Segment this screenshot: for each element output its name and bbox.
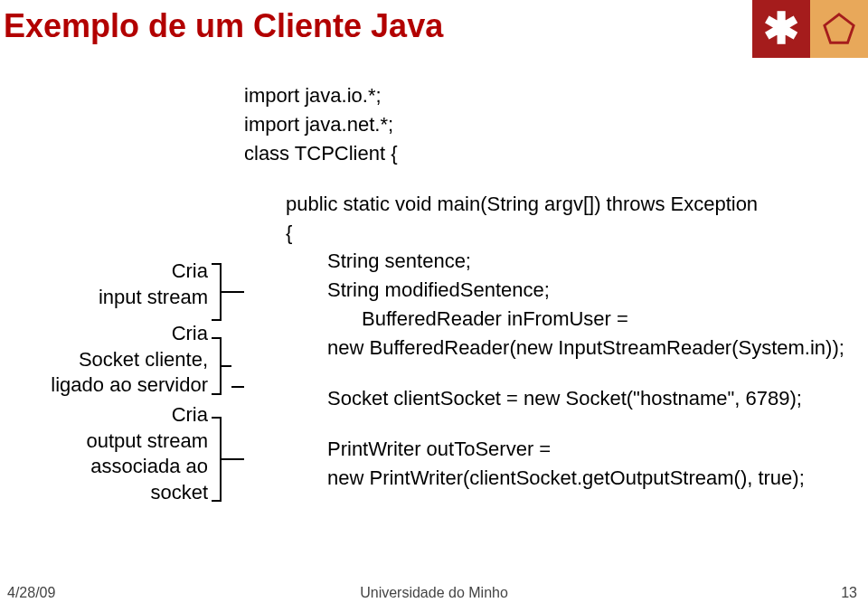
code-line: public static void main(String argv[]) t… [244, 190, 844, 219]
annotation-text: Cria [0, 321, 208, 347]
annotation-input-stream: Cria input stream [0, 259, 208, 310]
pentagon-icon [822, 12, 856, 46]
svg-marker-0 [825, 14, 854, 42]
code-line: String modifiedSentence; [244, 276, 844, 305]
code-line: import java.io.*; [244, 81, 844, 110]
code-line: String sentence; [244, 247, 844, 276]
bracket-icon [210, 336, 246, 400]
annotation-text: associada ao [0, 454, 208, 480]
code-line: { [244, 219, 844, 248]
annotation-text: Socket cliente, [0, 347, 208, 373]
slide-title: Exemplo de um Cliente Java [4, 7, 443, 45]
annotation-output-stream: Cria output stream associada ao socket [0, 402, 208, 505]
annotation-text: Cria [0, 402, 208, 428]
annotation-text: input stream [0, 285, 208, 311]
asterisk-icon: ✱ [763, 7, 799, 51]
logo-red-square: ✱ [752, 0, 810, 58]
footer-center: Universidade do Minho [360, 585, 508, 601]
annotation-text: socket [0, 480, 208, 506]
annotation-text: output stream [0, 428, 208, 455]
code-line: Socket clientSocket = new Socket("hostna… [244, 384, 844, 413]
code-line: new PrintWriter(clientSocket.getOutputSt… [244, 464, 844, 493]
annotations-column: Cria input stream Cria Socket cliente, l… [0, 208, 208, 513]
code-line: class TCPClient { [244, 139, 844, 168]
annotation-text: Cria [0, 259, 208, 285]
annotation-socket-client: Cria Socket cliente, ligado ao servidor [0, 321, 208, 399]
footer-page-number: 13 [841, 585, 857, 601]
bracket-icon [210, 262, 246, 325]
annotation-text: ligado ao servidor [0, 372, 208, 399]
logo-orange-square [810, 0, 868, 58]
bracket-icon [210, 416, 246, 506]
code-block: import java.io.*; import java.net.*; cla… [244, 81, 844, 493]
code-line: PrintWriter outToServer = [244, 435, 844, 464]
code-line: import java.net.*; [244, 110, 844, 139]
logo-area: ✱ [752, 0, 868, 58]
footer-date: 4/28/09 [7, 585, 55, 601]
code-line: new BufferedReader(new InputStreamReader… [244, 334, 844, 362]
code-line: BufferedReader inFromUser = [244, 305, 844, 334]
